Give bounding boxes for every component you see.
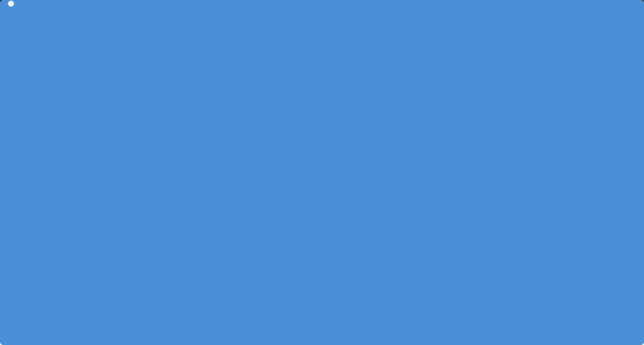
setting-row-help-us-improve: Help us improveHelp us make NordVPN bett… [78,89,633,119]
content-area: Custom DNSSet a DNS server addressOffObf… [67,11,644,345]
main-layout: GeneralAuto-connectKill SwitchSplit tunn… [0,11,644,345]
toggle-track-help-us-improve[interactable] [67,11,644,345]
toggle-container-help-us-improve[interactable]: On [627,94,633,99]
